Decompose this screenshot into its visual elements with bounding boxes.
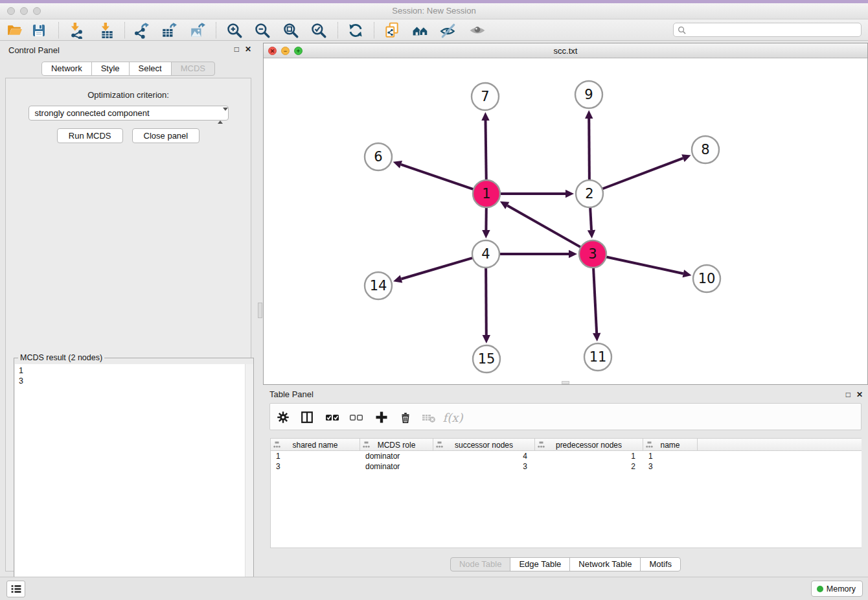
clone-network-icon[interactable] (383, 21, 401, 39)
export-network-icon[interactable] (132, 21, 150, 39)
edge-3-1[interactable] (507, 205, 582, 248)
tab-motifs[interactable]: Motifs (640, 557, 681, 571)
float-panel-icon[interactable]: □ (234, 45, 239, 54)
edge-3-11[interactable] (593, 266, 597, 333)
tab-select[interactable]: Select (129, 62, 172, 76)
mcds-tab-panel: Optimization criterion: strongly connect… (5, 78, 251, 571)
delete-table-icon[interactable] (420, 409, 438, 426)
add-row-icon[interactable] (372, 409, 391, 426)
tab-mcds[interactable]: MCDS (171, 62, 215, 76)
export-image-icon[interactable] (188, 21, 207, 39)
zoom-fit-icon[interactable] (282, 21, 300, 39)
float-table-panel-icon[interactable]: □ (846, 390, 851, 399)
table-settings-icon[interactable] (274, 409, 292, 426)
table-cell[interactable]: dominator (360, 461, 433, 472)
select-all-icon[interactable] (323, 409, 341, 426)
tab-network[interactable]: Network (41, 62, 92, 76)
network-canvas[interactable]: 7968124314101511 (264, 58, 867, 384)
control-panel-title: Control Panel (8, 45, 60, 55)
show-all-icon[interactable] (468, 21, 486, 39)
frame-resize-handle[interactable] (562, 381, 569, 384)
edge-arrowhead (393, 161, 402, 168)
column-header-predecessor-nodes[interactable]: predecessor nodes (535, 439, 643, 451)
mcds-result-group: MCDS result (2 nodes) 13 (14, 358, 254, 600)
import-network-icon[interactable] (67, 21, 86, 39)
table-cell[interactable]: 1 (271, 451, 360, 461)
tab-node-table[interactable]: Node Table (450, 557, 511, 571)
table-cell[interactable]: 2 (535, 461, 643, 472)
column-header-name[interactable]: name (643, 439, 698, 451)
run-mcds-button[interactable]: Run MCDS (57, 128, 123, 143)
network-window-title: scc.txt (264, 46, 867, 56)
node-label-9: 9 (584, 87, 593, 102)
table-cell[interactable]: 1 (535, 451, 643, 461)
column-type-icon (273, 441, 280, 448)
table-cell[interactable]: 3 (433, 461, 535, 472)
edge-4-14[interactable] (401, 257, 474, 279)
app-window: Session: New Session (0, 3, 868, 600)
first-neighbors-icon[interactable] (411, 21, 429, 39)
table-cell[interactable]: 3 (271, 461, 360, 472)
edge-arrowhead (483, 335, 490, 343)
edge-arrowhead (481, 112, 489, 121)
table-cell[interactable]: dominator (360, 451, 433, 461)
column-header-successor-nodes[interactable]: successor nodes (433, 439, 535, 451)
edge-3-10[interactable] (605, 257, 683, 273)
close-panel-button[interactable]: Close panel (132, 128, 200, 143)
tab-style[interactable]: Style (91, 62, 130, 76)
table-toolbar: f(x) (269, 403, 862, 430)
edge-arrowhead (569, 250, 577, 258)
tab-network-table[interactable]: Network Table (569, 557, 641, 571)
function-builder-icon[interactable]: f(x) (444, 409, 462, 426)
edge-2-3[interactable] (590, 206, 591, 230)
edge-2-9[interactable] (589, 119, 589, 181)
column-type-icon (363, 441, 370, 448)
select-stepper-icon (218, 109, 223, 122)
result-scrollbar[interactable] (245, 364, 253, 600)
close-panel-icon[interactable]: ✕ (245, 45, 251, 54)
table-row[interactable]: 1dominator411 (271, 451, 862, 461)
show-columns-icon[interactable] (298, 409, 316, 426)
open-session-icon[interactable] (5, 21, 23, 39)
edge-1-7[interactable] (485, 121, 486, 181)
edge-2-8[interactable] (601, 158, 683, 189)
edge-4-15[interactable] (486, 266, 486, 335)
zoom-selected-icon[interactable] (310, 21, 328, 39)
delete-row-icon[interactable] (396, 409, 415, 426)
node-table[interactable]: shared nameMCDS rolesuccessor nodesprede… (270, 438, 862, 548)
node-label-4: 4 (481, 246, 490, 262)
panel-splitter-handle[interactable] (258, 303, 262, 318)
hide-selected-icon[interactable] (439, 21, 457, 39)
column-header-MCDS-role[interactable]: MCDS role (360, 439, 433, 451)
search-field[interactable] (673, 23, 862, 37)
zoom-in-icon[interactable] (225, 21, 244, 39)
column-type-icon (436, 441, 443, 448)
import-table-icon[interactable] (98, 21, 116, 39)
table-cell[interactable]: 3 (643, 461, 698, 472)
node-label-11: 11 (589, 349, 607, 365)
save-session-icon[interactable] (30, 21, 48, 39)
search-icon (678, 26, 686, 34)
export-table-icon[interactable] (160, 21, 178, 39)
control-panel: Control Panel □ ✕ NetworkStyleSelectMCDS… (0, 41, 257, 577)
column-header-shared-name[interactable]: shared name (271, 439, 360, 451)
criterion-select[interactable]: strongly connected component (29, 106, 229, 121)
edge-arrowhead (683, 270, 692, 277)
edge-1-6[interactable] (401, 165, 475, 190)
table-cell[interactable]: 1 (643, 451, 698, 461)
window-titlebar: Session: New Session (0, 3, 868, 19)
deselect-all-icon[interactable] (347, 409, 365, 426)
memory-button[interactable]: Memory (811, 581, 863, 597)
refresh-icon[interactable] (347, 21, 365, 39)
close-table-panel-icon[interactable]: ✕ (856, 390, 863, 399)
search-input[interactable] (689, 24, 861, 36)
table-cell[interactable]: 4 (433, 451, 535, 461)
network-window-titlebar[interactable]: ✕ − + scc.txt (264, 43, 867, 58)
panel-list-button[interactable] (6, 581, 25, 597)
table-row[interactable]: 3dominator323 (271, 461, 862, 472)
tab-edge-table[interactable]: Edge Table (510, 557, 570, 571)
mcds-result-text[interactable]: 13 (15, 364, 253, 600)
optimization-criterion-label: Optimization criterion: (6, 90, 251, 100)
zoom-out-icon[interactable] (253, 21, 271, 39)
criterion-selected-value: strongly connected component (35, 108, 150, 118)
